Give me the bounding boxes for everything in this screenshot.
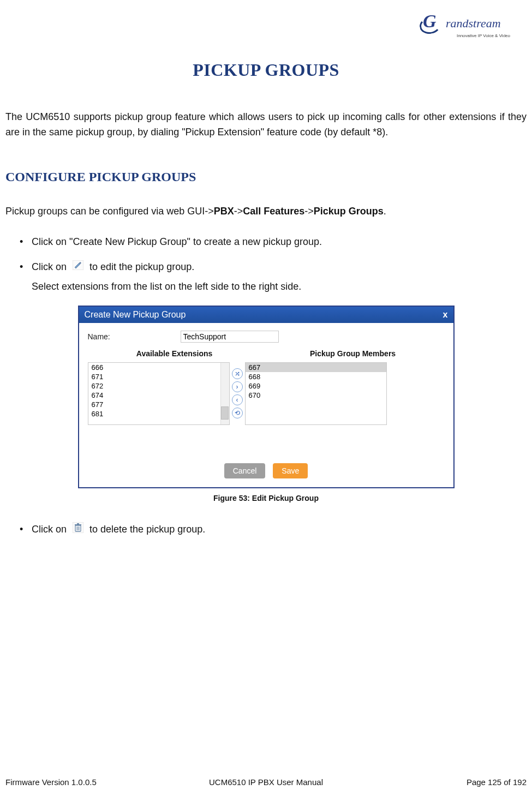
dialog-screenshot: Create New Pickup Group x Name: Availabl… — [78, 306, 455, 488]
list-item[interactable]: 671 — [88, 372, 229, 381]
svg-rect-7 — [77, 523, 79, 524]
list-item[interactable]: 677 — [88, 400, 229, 409]
config-sep2: -> — [304, 206, 314, 217]
move-left-button[interactable]: ‹ — [232, 394, 243, 405]
bullet-edit-after: Select extensions from the list on the l… — [32, 279, 527, 295]
bullet-edit-post: to edit the pickup group. — [89, 261, 194, 272]
cancel-button[interactable]: Cancel — [224, 463, 266, 478]
list-item[interactable]: 669 — [246, 381, 386, 391]
footer-firmware: Firmware Version 1.0.0.5 — [5, 777, 179, 787]
list-item[interactable]: 666 — [88, 363, 229, 372]
bullet-delete-pre: Click on — [32, 524, 69, 535]
brand-logo-g: G — [423, 11, 437, 32]
brand-logo-text: randstream — [446, 16, 501, 31]
list-item[interactable]: 674 — [88, 391, 229, 400]
name-input[interactable] — [181, 331, 279, 343]
figure-caption: Figure 53: Edit Pickup Group — [5, 494, 527, 502]
config-sep1: -> — [234, 206, 243, 217]
list-item[interactable]: 670 — [246, 391, 386, 400]
page-title: PICKUP GROUPS — [5, 60, 527, 80]
bullet-create: Click on "Create New Pickup Group" to cr… — [22, 235, 527, 250]
footer-page-number: Page 125 of 192 — [353, 777, 527, 787]
config-suffix: . — [384, 206, 386, 217]
brand-logo: G randstream Innovative IP Voice & Video — [417, 10, 510, 37]
svg-rect-6 — [75, 524, 81, 525]
bullet-edit: Click on to edit the pickup group. Selec… — [22, 260, 527, 295]
close-icon[interactable]: x — [443, 310, 448, 320]
intro-paragraph: The UCM6510 supports pickup group featur… — [5, 110, 527, 140]
scrollbar[interactable] — [220, 363, 229, 424]
bullet-delete: Click on to delete the pickup group. — [22, 522, 527, 538]
available-list[interactable]: 666 671 672 674 677 681 — [88, 362, 230, 425]
name-label: Name: — [88, 332, 181, 341]
trash-icon — [73, 522, 83, 538]
pencil-icon — [73, 260, 83, 275]
config-bold-pickup-groups: Pickup Groups — [314, 206, 384, 217]
brand-logo-mark: G — [417, 11, 448, 36]
config-bold-pbx: PBX — [214, 206, 234, 217]
section-heading: CONFIGURE PICKUP GROUPS — [5, 170, 527, 184]
list-item[interactable]: 672 — [88, 381, 229, 391]
bullet-edit-pre: Click on — [32, 261, 69, 272]
config-bold-call-features: Call Features — [243, 206, 304, 217]
dialog-titlebar: Create New Pickup Group x — [79, 307, 453, 323]
save-button[interactable]: Save — [273, 463, 308, 478]
page-footer: Firmware Version 1.0.0.5 UCM6510 IP PBX … — [5, 777, 527, 787]
dialog-title: Create New Pickup Group — [85, 310, 186, 320]
config-prefix: Pickup groups can be configured via web … — [5, 206, 214, 217]
col-header-members: Pickup Group Members — [310, 349, 396, 358]
list-item[interactable]: 681 — [88, 409, 229, 418]
move-all-left-button[interactable]: ⟲ — [232, 408, 243, 418]
move-all-right-button[interactable]: ⤮ — [232, 368, 243, 379]
footer-manual-title: UCM6510 IP PBX User Manual — [179, 777, 352, 787]
list-item[interactable]: 668 — [246, 372, 386, 381]
bullet-delete-post: to delete the pickup group. — [89, 524, 205, 535]
list-item[interactable]: 667 — [246, 363, 386, 372]
col-header-available: Available Extensions — [136, 349, 213, 358]
bullet-create-text: Click on "Create New Pickup Group" to cr… — [32, 236, 322, 247]
brand-logo-tagline: Innovative IP Voice & Video — [457, 33, 510, 38]
members-list[interactable]: 667 668 669 670 — [245, 362, 387, 425]
move-right-button[interactable]: › — [232, 381, 243, 392]
config-paragraph: Pickup groups can be configured via web … — [5, 204, 527, 219]
